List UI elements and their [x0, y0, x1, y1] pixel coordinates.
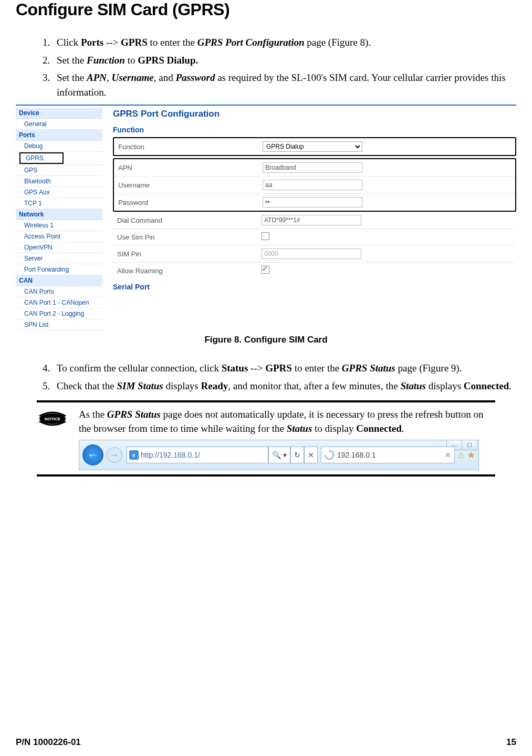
sidebar-item[interactable]: Server: [16, 253, 102, 264]
bolditalic: Status: [400, 380, 426, 391]
boxed-rows-1: FunctionGPRS Dialup: [113, 137, 516, 156]
bold: GPRS Dialup.: [138, 55, 198, 66]
back-button[interactable]: ←: [82, 444, 103, 465]
forward-button[interactable]: →: [107, 447, 122, 463]
text: Click: [57, 37, 81, 48]
step-2: Set the Function to GPRS Dialup.: [53, 53, 516, 68]
part-number: P/N 1000226-01: [16, 737, 81, 748]
sidebar-header[interactable]: Ports: [16, 130, 102, 141]
sidebar-item[interactable]: Access Point: [16, 231, 102, 242]
tab-title: 192.168.0.1: [337, 451, 376, 459]
sidebar-item[interactable]: CAN Ports: [16, 286, 102, 297]
text-input[interactable]: Broadband: [263, 162, 362, 173]
form-row: SIM Pin0000: [113, 245, 516, 263]
arrow-left-icon: ←: [87, 448, 99, 462]
bold: Ports: [81, 37, 103, 48]
checkbox[interactable]: [262, 266, 269, 274]
bolditalic: Status: [287, 423, 312, 434]
page-footer: P/N 1000226-01 15: [16, 737, 516, 748]
close-tab-icon[interactable]: ✕: [445, 451, 451, 459]
config-main-panel: GPRS Port Configuration Function Functio…: [102, 106, 516, 330]
text-input[interactable]: 0000: [262, 248, 361, 259]
svg-text:NOTICE: NOTICE: [45, 417, 61, 421]
text: Set the: [57, 55, 87, 66]
step-4: To confirm the cellular connection, clic…: [53, 361, 516, 376]
field-label: Username: [118, 181, 263, 189]
notice-text: As the GPRS Status page does not automat…: [68, 408, 495, 436]
form-row: Dial CommandATD*99***1#: [113, 212, 516, 229]
field-label: Function: [118, 143, 263, 151]
field-label: Password: [118, 199, 263, 206]
plain-rows: Dial CommandATD*99***1#Use Sim PinSIM Pi…: [113, 212, 516, 278]
sidebar-item[interactable]: SPN List: [16, 319, 102, 330]
sidebar-item[interactable]: Bluetooth: [16, 176, 102, 187]
notice-block: NOTICE As the GPRS Status page does not …: [37, 400, 495, 477]
sidebar-item[interactable]: Wireless 1: [16, 220, 102, 231]
form-row: Usernameaa: [114, 177, 515, 194]
search-dropdown-icon[interactable]: 🔍 ▾: [268, 447, 290, 463]
figure-8: DeviceGeneralPortsDebugGPRSGPSBluetoothG…: [16, 105, 516, 330]
sidebar-item[interactable]: Debug: [16, 141, 102, 152]
text: , and: [154, 72, 176, 83]
config-sidebar: DeviceGeneralPortsDebugGPRSGPSBluetoothG…: [16, 106, 102, 330]
notice-icon: NOTICE: [37, 408, 68, 428]
text: To confirm the cellular connection, clic…: [57, 363, 222, 374]
panel-subtitle-function: Function: [113, 126, 516, 134]
function-select[interactable]: GPRS Dialup: [263, 141, 362, 152]
sidebar-item[interactable]: CAN Port 2 - Logging: [16, 308, 102, 319]
home-icon[interactable]: ⌂: [458, 450, 464, 461]
text: -->: [248, 363, 265, 374]
step-1: Click Ports --> GPRS to enter the GPRS P…: [53, 35, 516, 50]
text-input[interactable]: ••: [263, 197, 362, 208]
bolditalic: GPRS Status: [342, 363, 395, 374]
bolditalic: Username: [112, 72, 154, 83]
favorites-icon[interactable]: ★: [467, 449, 475, 461]
field-label: APN: [118, 164, 263, 172]
text: displays: [426, 380, 464, 391]
field-label: Allow Roaming: [117, 267, 262, 275]
form-row: Password••: [114, 194, 515, 211]
checkbox[interactable]: [262, 232, 269, 240]
page-number: 15: [506, 737, 516, 748]
text: .: [509, 380, 512, 391]
panel-title: GPRS Port Configuration: [113, 109, 516, 119]
form-row: Allow Roaming: [113, 263, 516, 278]
sidebar-header[interactable]: Network: [16, 209, 102, 220]
sidebar-header[interactable]: CAN: [16, 275, 102, 286]
browser-bar: — ☐ ← → e http://192.168.0.1/ 🔍 ▾ ↻ ✕ 19…: [79, 440, 479, 470]
stop-button[interactable]: ✕: [304, 447, 318, 463]
text: ,: [107, 72, 112, 83]
bold: GPRS: [121, 37, 148, 48]
step-3: Set the APN, Username, and Password as r…: [53, 70, 516, 99]
field-label: SIM Pin: [117, 250, 262, 258]
bolditalic: Function: [87, 55, 125, 66]
text: .: [402, 423, 404, 434]
text: to display: [312, 423, 356, 434]
browser-tab[interactable]: 192.168.0.1 ✕: [321, 447, 455, 463]
panel-subtitle-serial: Serial Port: [113, 283, 516, 291]
address-bar[interactable]: e http://192.168.0.1/: [127, 447, 268, 463]
form-row: Use Sim Pin: [113, 229, 516, 245]
sidebar-item[interactable]: CAN Port 1 - CANopen: [16, 297, 102, 308]
text-input[interactable]: ATD*99***1#: [262, 215, 361, 225]
ie-icon: e: [129, 450, 139, 460]
maximize-button[interactable]: ☐: [462, 440, 477, 450]
loading-icon: [322, 449, 336, 462]
sidebar-item[interactable]: GPS Aux: [16, 187, 102, 198]
url-text: http://192.168.0.1/: [141, 451, 268, 459]
sidebar-item[interactable]: OpenVPN: [16, 242, 102, 253]
text: Set the: [57, 72, 87, 83]
refresh-button[interactable]: ↻: [290, 447, 304, 463]
field-label: Use Sim Pin: [117, 233, 262, 241]
sidebar-header[interactable]: Device: [16, 108, 102, 119]
text: -->: [103, 37, 121, 48]
sidebar-item[interactable]: TCP 1: [16, 198, 102, 209]
sidebar-item[interactable]: GPRS: [20, 153, 63, 163]
bold: Status: [222, 363, 248, 374]
text-input[interactable]: aa: [263, 180, 362, 190]
text: Check that the: [57, 380, 117, 391]
sidebar-item[interactable]: General: [16, 119, 102, 130]
sidebar-item[interactable]: GPS: [16, 165, 102, 176]
sidebar-item[interactable]: Port Forwarding: [16, 264, 102, 275]
text: to: [125, 55, 138, 66]
